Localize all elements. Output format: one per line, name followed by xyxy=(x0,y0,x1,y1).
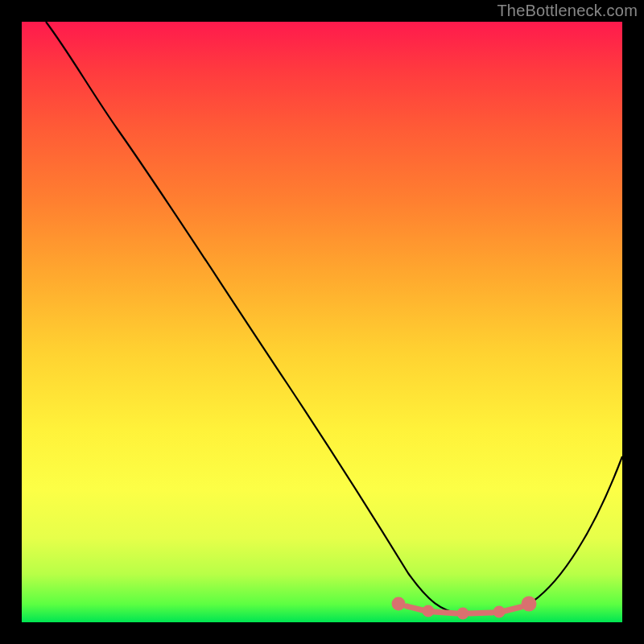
valley-markers xyxy=(394,599,534,617)
watermark-text: TheBottleneck.com xyxy=(497,2,638,20)
plot-area xyxy=(22,22,622,622)
svg-line-5 xyxy=(469,613,493,613)
svg-line-3 xyxy=(434,612,456,613)
bottleneck-curve-path xyxy=(46,22,622,614)
svg-point-2 xyxy=(425,608,431,614)
svg-line-7 xyxy=(505,607,521,611)
chart-frame: TheBottleneck.com xyxy=(0,0,644,644)
svg-line-1 xyxy=(407,606,423,610)
svg-point-6 xyxy=(496,609,502,615)
curve-svg xyxy=(22,22,622,622)
svg-point-8 xyxy=(524,599,534,609)
svg-point-4 xyxy=(460,610,466,617)
svg-point-0 xyxy=(394,600,402,608)
